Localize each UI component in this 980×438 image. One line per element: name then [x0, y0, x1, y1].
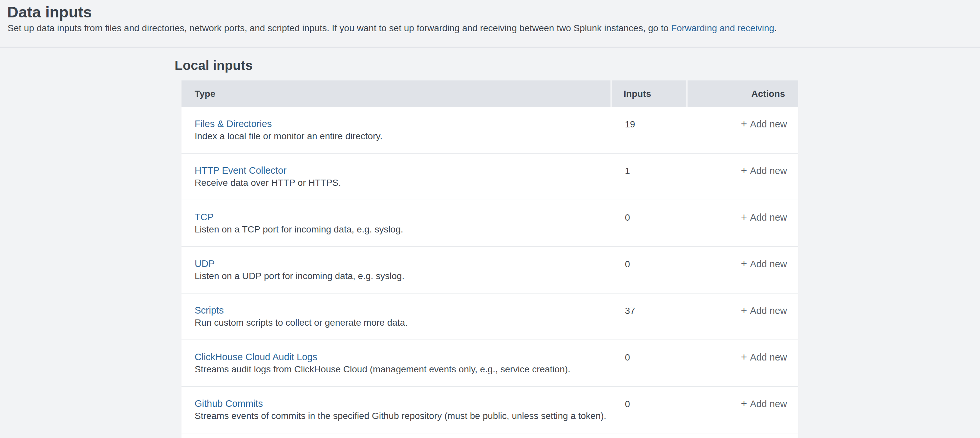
add-new-button[interactable]: +Add new	[741, 257, 787, 270]
plus-icon: +	[741, 351, 747, 363]
forwarding-receiving-link[interactable]: Forwarding and receiving	[671, 23, 774, 33]
page-subtitle: Set up data inputs from files and direct…	[8, 22, 777, 34]
inputs-count: 0	[625, 398, 630, 411]
plus-icon: +	[741, 118, 747, 130]
local-inputs-table: Type Inputs Actions Files & Directories …	[181, 80, 798, 438]
table-row: UDP Listen on a UDP port for incoming da…	[181, 247, 798, 293]
table-row: Files & Directories Index a local file o…	[181, 107, 798, 154]
add-new-label: Add new	[750, 398, 787, 409]
page-subtitle-text: Set up data inputs from files and direct…	[8, 23, 671, 33]
add-new-button[interactable]: +Add new	[741, 397, 787, 410]
table-row: Scripts Run custom scripts to collect or…	[181, 293, 798, 340]
inputs-count: 0	[625, 351, 630, 364]
table-body: Files & Directories Index a local file o…	[181, 107, 798, 433]
page-subtitle-suffix: .	[774, 23, 777, 33]
inputs-count: 0	[625, 258, 630, 271]
table-row: TCP Listen on a TCP port for incoming da…	[181, 200, 798, 247]
table-row: Github Commits Streams events of commits…	[181, 387, 798, 433]
input-type-description: Streams events of commits in the specifi…	[195, 410, 606, 422]
input-type-link[interactable]: TCP	[195, 211, 214, 223]
column-header-type: Type	[181, 80, 611, 107]
page-title: Data inputs	[7, 3, 92, 21]
add-new-button[interactable]: +Add new	[741, 118, 787, 131]
input-type-link[interactable]: UDP	[195, 257, 215, 270]
input-type-description: Run custom scripts to collect or generat…	[195, 317, 407, 329]
add-new-label: Add new	[750, 166, 787, 176]
input-type-description: Listen on a UDP port for incoming data, …	[195, 270, 404, 282]
add-new-button[interactable]: +Add new	[741, 304, 787, 317]
add-new-button[interactable]: +Add new	[741, 211, 787, 224]
inputs-count: 37	[625, 305, 635, 317]
page-header-band: Data inputs Set up data inputs from file…	[0, 0, 980, 48]
inputs-count: 0	[625, 212, 630, 224]
plus-icon: +	[741, 398, 747, 409]
inputs-count: 19	[625, 118, 635, 131]
column-header-actions: Actions	[687, 80, 798, 107]
plus-icon: +	[741, 211, 747, 223]
add-new-label: Add new	[750, 212, 787, 223]
input-type-link[interactable]: HTTP Event Collector	[195, 164, 286, 177]
input-type-description: Streams audit logs from ClickHouse Cloud…	[195, 363, 570, 376]
add-new-label: Add new	[750, 305, 787, 316]
input-type-link[interactable]: ClickHouse Cloud Audit Logs	[195, 350, 317, 363]
add-new-label: Add new	[750, 352, 787, 363]
input-type-link[interactable]: Scripts	[195, 304, 224, 317]
partial-next-row	[181, 433, 798, 438]
input-type-link[interactable]: Files & Directories	[195, 118, 272, 130]
local-inputs-heading: Local inputs	[175, 57, 253, 73]
plus-icon: +	[741, 258, 747, 269]
add-new-label: Add new	[750, 119, 787, 129]
plus-icon: +	[741, 164, 747, 176]
add-new-label: Add new	[750, 259, 787, 269]
plus-icon: +	[741, 304, 747, 316]
add-new-button[interactable]: +Add new	[741, 164, 787, 177]
column-header-inputs: Inputs	[612, 80, 686, 107]
input-type-description: Index a local file or monitor an entire …	[195, 130, 382, 142]
table-row: HTTP Event Collector Receive data over H…	[181, 154, 798, 200]
input-type-description: Listen on a TCP port for incoming data, …	[195, 223, 403, 236]
input-type-link[interactable]: Github Commits	[195, 397, 263, 410]
inputs-count: 1	[625, 165, 630, 177]
table-header-row: Type Inputs Actions	[181, 80, 798, 107]
input-type-description: Receive data over HTTP or HTTPS.	[195, 177, 341, 189]
add-new-button[interactable]: +Add new	[741, 350, 787, 363]
table-row: ClickHouse Cloud Audit Logs Streams audi…	[181, 340, 798, 387]
